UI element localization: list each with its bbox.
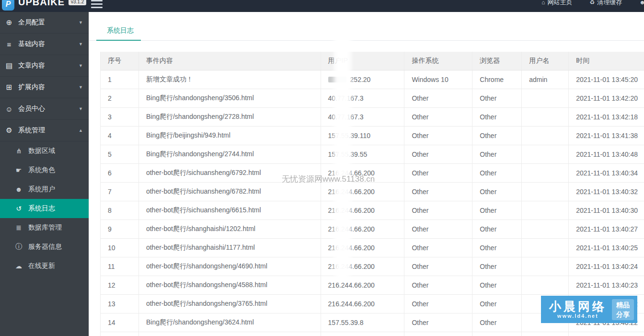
sidebar-item-member-center[interactable]: ☺会员中心▼ — [0, 98, 89, 120]
table-row[interactable]: 5Bing爬行/shandongsheng/2744.html157.55.39… — [101, 145, 644, 164]
cell-text: 2021-11-01 13:40:32 — [576, 188, 638, 196]
sidebar-subitem-system-user[interactable]: ☻系统用户 — [0, 180, 89, 199]
cell-time: 2021-11-01 13:40:27 — [569, 220, 644, 238]
cell-event: Bing爬行/shandongsheng/3506.html — [139, 89, 321, 107]
table-row[interactable]: 10other-bot爬行/shanghaishi/1177.html216.2… — [101, 239, 644, 257]
column-header: 操作系统 — [404, 52, 472, 70]
column-header: 用户IP — [321, 52, 405, 70]
cell-user — [522, 183, 569, 201]
tab-system-log[interactable]: 系统日志 — [107, 26, 134, 35]
chevron-down-icon: ▼ — [79, 85, 83, 90]
sidebar-item-basic-content[interactable]: ≡基础内容▼ — [0, 34, 89, 55]
cell-text: Other — [412, 225, 428, 233]
cell-browser: Chrome — [472, 70, 522, 89]
cell-ip: 216.244.66.200 — [321, 183, 405, 201]
cell-time: 2021-11-01 13:40:34 — [569, 164, 644, 182]
cell-time: 2021-11-01 13:40:48 — [569, 145, 644, 163]
cell-browser: Other — [472, 127, 522, 145]
table-row[interactable]: 6other-bot爬行/sichuansheng/6792.html216.2… — [101, 164, 644, 183]
cell-text: 40.77.167.3 — [328, 94, 364, 102]
cell-text: Bing爬行/shandongsheng/3506.html — [146, 94, 254, 103]
table-row[interactable]: 3Bing爬行/shandongsheng/2728.html40.77.167… — [101, 108, 644, 127]
sidebar-subitem-data-region[interactable]: ⋔数据区域 — [0, 141, 89, 161]
cell-text: 2021-11-01 13:40:30 — [576, 207, 638, 214]
cell-user — [522, 108, 569, 126]
cell-time: 2021-11-01 13:41:38 — [569, 127, 644, 145]
users-icon: ☻ — [14, 185, 23, 193]
brand-name: UPBAIKE — [18, 0, 65, 8]
expand-icon: ⊞ — [5, 83, 13, 92]
cell-text: 6 — [108, 169, 112, 177]
cell-text: other-bot爬行/shanghaishi/1177.html — [146, 243, 255, 252]
tabbar: 系统日志 — [89, 12, 644, 41]
sidebar-subitem-system-log[interactable]: ↺系统日志 — [0, 199, 89, 218]
home-icon: ⌂ — [541, 0, 545, 6]
cell-id: 5 — [101, 145, 139, 163]
cell-text: 2021-11-01 13:40:24 — [576, 263, 638, 270]
cell-text: other-bot爬行/shandongsheng/4690.html — [146, 262, 267, 271]
sidebar-item-extend-content[interactable]: ⊞扩展内容▼ — [0, 77, 89, 98]
cell-id: 6 — [101, 164, 139, 182]
table-row[interactable]: 11other-bot爬行/shandongsheng/4690.html216… — [101, 257, 644, 276]
cell-text: 1 — [108, 76, 112, 83]
brand[interactable]: P UPBAIKE v3.1.2 — [2, 0, 86, 11]
column-header: 时间 — [569, 52, 644, 70]
sidebar-subitem-system-role[interactable]: ☛系统角色 — [0, 161, 89, 180]
chevron-down-icon: ▼ — [79, 106, 83, 111]
sidebar-item-system-manage[interactable]: ⚙系统管理▲ — [0, 120, 89, 141]
cell-text: Other — [412, 113, 428, 121]
sidebar-subitem-label: 系统日志 — [28, 204, 55, 213]
table-row[interactable]: 12other-bot爬行/shandongsheng/4588.html216… — [101, 276, 644, 295]
table-row[interactable]: 1新增文章成功！252.20Windows 10Chromeadmin2021-… — [101, 70, 644, 89]
cell-id: 10 — [101, 239, 139, 257]
cell-text: other-bot爬行/shanghaishi/1202.html — [146, 225, 255, 233]
cell-ip: 157.55.39.110 — [321, 127, 405, 145]
cell-os: Other — [404, 145, 472, 163]
column-header: 用户名 — [522, 52, 569, 70]
cell-text: 2021-11-01 13:40:25 — [576, 244, 638, 252]
cell-browser: Other — [472, 108, 522, 126]
table-row[interactable]: 2Bing爬行/shandongsheng/3506.html40.77.167… — [101, 89, 644, 108]
cell-text: other-bot爬行/sichuansheng/6615.html — [146, 206, 261, 215]
cell-text: 157.55.39.55 — [328, 151, 368, 158]
sidebar-item-global-config[interactable]: ⊕全局配置▼ — [0, 12, 89, 34]
cell-id: 8 — [101, 201, 139, 220]
table-row[interactable]: 7other-bot爬行/sichuansheng/6782.html216.2… — [101, 183, 644, 201]
topnav-item-site-home[interactable]: ⌂网站主页 — [541, 0, 572, 7]
sliders-icon: ≡ — [5, 40, 13, 48]
cell-os: Other — [404, 108, 472, 126]
cell-ip: 216.244.66.200 — [321, 295, 405, 313]
table-row[interactable]: 8other-bot爬行/sichuansheng/6615.html216.2… — [101, 201, 644, 220]
cell-text: Other — [412, 281, 428, 289]
cell-event: 新增文章成功！ — [139, 70, 321, 89]
cell-ip: 216.244.66.200 — [321, 276, 405, 294]
clean-icon: ♻ — [590, 0, 595, 6]
cell-text: Other — [480, 207, 496, 214]
cell-text: 216.244.66.200 — [328, 188, 375, 196]
cell-text: other-bot爬行/sichuansheng/6792.html — [146, 169, 261, 177]
cell-text: 157.55.39.8 — [328, 319, 364, 326]
sidebar-item-article-content[interactable]: ▤文章内容▼ — [0, 55, 89, 77]
topnav-item-logout[interactable]: ☻退出 — [639, 0, 644, 7]
sidebar-subitem-server-info[interactable]: ⓘ服务器信息 — [0, 237, 89, 256]
menu-toggle-icon[interactable] — [91, 0, 104, 10]
main-content: 系统日志 序号事件内容用户IP操作系统浏览器用户名时间1新增文章成功！252.2… — [89, 12, 644, 336]
cell-user — [522, 201, 569, 220]
sidebar-subitem-database-manage[interactable]: ≣数据库管理 — [0, 218, 89, 237]
cell-ip: 40.77.167.3 — [321, 89, 405, 107]
table-row[interactable]: 4Bing爬行/beijingshi/949.html157.55.39.110… — [101, 127, 644, 145]
cell-browser: Other — [472, 313, 522, 332]
cell-os: Windows 10 — [404, 70, 472, 89]
cell-text: other-bot爬行/shandongsheng/3765.html — [146, 300, 267, 308]
cell-text: 9 — [108, 225, 112, 233]
sidebar-subitem-online-update[interactable]: ☁在线更新 — [0, 256, 89, 276]
table-row[interactable]: 9other-bot爬行/shanghaishi/1202.html216.24… — [101, 220, 644, 239]
cell-ip: 216.244.66.200 — [321, 220, 405, 238]
topnav-item-clear-cache[interactable]: ♻清理缓存 — [590, 0, 622, 7]
cell-id: 12 — [101, 276, 139, 294]
cell-text: Other — [480, 244, 496, 252]
cell-event: Bing爬行/shandongsheng/3624.html — [139, 313, 321, 332]
user-icon: ☻ — [639, 0, 644, 6]
cell-ip: 40.77.167.3 — [321, 108, 405, 126]
cell-text: Other — [412, 300, 428, 308]
